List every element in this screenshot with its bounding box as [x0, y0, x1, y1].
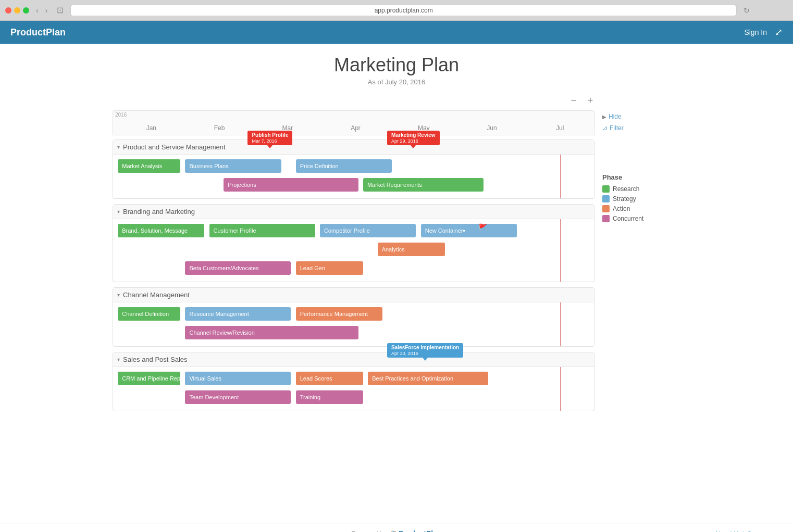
legend-item-research: Research [602, 185, 680, 193]
legend-item-action: Action [602, 205, 680, 212]
bar-price-definition[interactable]: Price Definition [296, 159, 392, 173]
group-rows-product-service: Market Analysis Business Plans Price Def… [113, 155, 594, 198]
bar-lead-gen[interactable]: Lead Gen [296, 261, 363, 275]
bar-row: Projections Market Requirements [113, 176, 594, 193]
legend: Phase Research Strategy Action Concurren… [602, 173, 680, 222]
bar-row: Beta Customers/Advocates Lead Gen [113, 260, 594, 276]
filter-label: Filter [610, 124, 624, 132]
refresh-button[interactable]: ↻ [741, 5, 752, 16]
group-channel-management: ▾ Channel Management Channel Definition … [113, 287, 594, 347]
milestone-salesforce[interactable]: SalesForce ImplementationApr 30, 2016 [387, 343, 463, 358]
triangle-icon: ▶ [602, 114, 606, 120]
bar-business-plans[interactable]: Business Plans [185, 159, 281, 173]
zoom-in-button[interactable]: + [584, 94, 597, 107]
maximize-button[interactable] [23, 7, 29, 14]
app-logo: ProductPlan [10, 27, 66, 38]
bar-training[interactable]: Training [296, 390, 363, 404]
month-jul: Jul [526, 118, 594, 133]
reader-button[interactable]: ⊡ [54, 4, 66, 16]
legend-item-strategy: Strategy [602, 195, 680, 202]
group-collapse-arrow[interactable]: ▾ [117, 209, 120, 214]
zoom-out-button[interactable]: − [567, 94, 580, 107]
milestone-publish-profile[interactable]: Publish ProfileMar 7, 2016 [247, 131, 292, 145]
bar-performance-management[interactable]: Performance Management [296, 307, 382, 321]
filter-icon: ⊿ [602, 124, 608, 132]
gantt-container: 2016 Jan Feb Mar Apr May Jun Jul Publish… [113, 110, 680, 416]
group-collapse-arrow[interactable]: ▾ [117, 144, 120, 150]
bar-channel-definition[interactable]: Channel Definition [118, 307, 180, 321]
need-help-link[interactable]: Need Help? [715, 530, 751, 533]
page-subtitle: As of July 20, 2016 [368, 78, 426, 86]
bar-row: Market Analysis Business Plans Price Def… [113, 158, 594, 174]
bar-market-analysis[interactable]: Market Analysis [118, 159, 180, 173]
month-jun: Jun [458, 118, 526, 133]
month-apr: Apr [321, 118, 390, 133]
group-collapse-arrow[interactable]: ▾ [117, 357, 120, 362]
traffic-lights [5, 7, 29, 14]
timeline-header: 2016 Jan Feb Mar Apr May Jun Jul [113, 110, 594, 135]
back-button[interactable]: ‹ [33, 5, 41, 16]
app-header: ProductPlan Sign In ⤢ [0, 21, 793, 44]
close-button[interactable] [5, 7, 11, 14]
bar-row: Channel Review/Revision [113, 324, 594, 341]
legend-color-strategy [602, 195, 610, 202]
group-header-branding-marketing: ▾ Branding and Marketing [113, 205, 594, 219]
bar-customer-profile[interactable]: Customer Profile [209, 224, 315, 237]
footer-logo: ProductPlan [399, 529, 441, 532]
bar-brand-solution[interactable]: Brand, Solution, Message [118, 224, 204, 237]
month-jan: Jan [117, 118, 185, 133]
legend-label-action: Action [613, 205, 630, 212]
group-label-product-service: Product and Service Management [123, 143, 226, 151]
bar-row: Brand, Solution, Message Customer Profil… [113, 222, 594, 239]
bar-market-requirements[interactable]: Market Requirements [363, 178, 484, 192]
gantt-sidebar: ▶ Hide ⊿ Filter Phase Research Strategy [602, 110, 680, 416]
group-rows-channel-management: Channel Definition Resource Management P… [113, 302, 594, 346]
legend-color-research [602, 185, 610, 193]
legend-title: Phase [602, 173, 680, 181]
legend-label-research: Research [613, 185, 639, 193]
group-label-channel-management: Channel Management [123, 291, 190, 299]
forward-button[interactable]: › [43, 5, 51, 16]
group-collapse-arrow[interactable]: ▾ [117, 292, 120, 298]
footer-logo-icon: 📋 [390, 530, 397, 533]
bar-resource-management[interactable]: Resource Management [185, 307, 291, 321]
group-product-service: Publish ProfileMar 7, 2016 Marketing Rev… [113, 140, 594, 199]
bar-analytics[interactable]: Analytics [378, 243, 445, 256]
bar-projections[interactable]: Projections [224, 178, 358, 192]
main-content: Marketing Plan As of July 20, 2016 − + 2… [0, 44, 793, 524]
bar-channel-review[interactable]: Channel Review/Revision [185, 326, 358, 339]
group-header-product-service: ▾ Product and Service Management [113, 140, 594, 155]
fullscreen-icon[interactable]: ⤢ [775, 27, 783, 38]
sign-in-link[interactable]: Sign In [744, 28, 767, 36]
legend-label-strategy: Strategy [613, 195, 636, 202]
legend-color-action [602, 205, 610, 212]
milestone-marketing-review[interactable]: Marketing ReviewApr 29, 2016 [387, 131, 439, 145]
footer: Powered by 📋 ProductPlan Need Help? [0, 524, 793, 532]
minimize-button[interactable] [14, 7, 20, 14]
bar-team-development[interactable]: Team Development [185, 390, 291, 404]
address-bar[interactable]: app.productplan.com [70, 5, 737, 16]
month-feb: Feb [185, 118, 254, 133]
hide-button[interactable]: ▶ Hide [602, 113, 622, 120]
filter-button[interactable]: ⊿ Filter [602, 124, 624, 132]
bar-crm-pipeline[interactable]: CRM and Pipeline Reportin... [118, 372, 180, 385]
bar-new-container[interactable]: New Container ▾ [421, 224, 517, 237]
group-label-branding-marketing: Branding and Marketing [123, 208, 195, 216]
legend-item-concurrent: Concurrent [602, 215, 680, 222]
group-sales-post-sales: SalesForce ImplementationApr 30, 2016 ▾ … [113, 352, 594, 411]
gantt-main: 2016 Jan Feb Mar Apr May Jun Jul Publish… [113, 110, 594, 416]
group-header-sales-post-sales: ▾ Sales and Post Sales [113, 352, 594, 367]
bar-row: Team Development Training [113, 389, 594, 406]
powered-by-text: Powered by [351, 530, 387, 533]
bar-row: Analytics [113, 241, 594, 258]
bar-lead-scores[interactable]: Lead Scores [296, 372, 363, 385]
page-title: Marketing Plan [334, 54, 459, 76]
bar-row: CRM and Pipeline Reportin... Virtual Sal… [113, 370, 594, 387]
group-label-sales-post-sales: Sales and Post Sales [123, 356, 188, 363]
group-rows-sales-post-sales: CRM and Pipeline Reportin... Virtual Sal… [113, 367, 594, 411]
group-rows-branding-marketing: Brand, Solution, Message Customer Profil… [113, 219, 594, 282]
bar-virtual-sales[interactable]: Virtual Sales [185, 372, 291, 385]
bar-best-practices[interactable]: Best Practices and Optimization [368, 372, 488, 385]
bar-beta-customers[interactable]: Beta Customers/Advocates [185, 261, 291, 275]
bar-competitor-profile[interactable]: Competitor Profile [320, 224, 416, 237]
